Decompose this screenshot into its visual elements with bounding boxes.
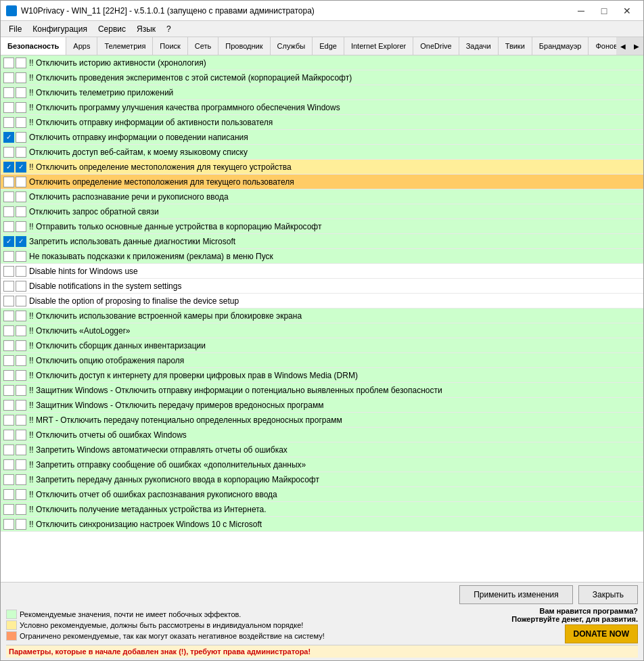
checkbox-inner-26[interactable] xyxy=(16,445,26,455)
checkbox-inner-16[interactable] xyxy=(16,296,26,306)
maximize-button[interactable]: □ xyxy=(593,3,615,19)
checkbox-inner-13[interactable] xyxy=(16,251,26,262)
checkbox-inner-15[interactable] xyxy=(16,281,26,292)
checkbox-inner-21[interactable] xyxy=(16,370,26,381)
app-icon xyxy=(6,5,17,16)
checkbox-inner-1[interactable] xyxy=(16,72,26,83)
list-item: !! Отключить сборщик данных инвентаризац… xyxy=(1,338,643,353)
checkbox-outer-5[interactable] xyxy=(3,132,14,143)
tab-set[interactable]: Сеть xyxy=(188,37,218,55)
checkbox-outer-31[interactable] xyxy=(3,519,14,530)
checkbox-inner-23[interactable] xyxy=(16,400,26,411)
checkbox-outer-7[interactable] xyxy=(3,162,14,173)
tab-bezopasnost[interactable]: Безопасность xyxy=(1,37,66,55)
row-text-12: Запретить использовать данные диагностик… xyxy=(29,237,235,246)
tab-onedrive[interactable]: OneDrive xyxy=(413,37,459,55)
checkbox-inner-7[interactable] xyxy=(16,162,26,173)
checkbox-inner-19[interactable] xyxy=(16,340,26,351)
checkbox-inner-31[interactable] xyxy=(16,519,26,530)
donate-button[interactable]: DONATE NOW xyxy=(565,624,638,643)
checkbox-inner-6[interactable] xyxy=(16,147,26,158)
checkbox-outer-21[interactable] xyxy=(3,370,14,381)
checkbox-outer-27[interactable] xyxy=(3,459,14,470)
checkbox-outer-12[interactable] xyxy=(3,236,14,247)
checkbox-inner-28[interactable] xyxy=(16,474,26,485)
row-text-28: !! Запретить передачу данных рукописного… xyxy=(29,475,319,484)
checkbox-outer-16[interactable] xyxy=(3,296,14,306)
checkbox-outer-2[interactable] xyxy=(3,87,14,98)
checkbox-outer-30[interactable] xyxy=(3,504,14,515)
checkbox-outer-22[interactable] xyxy=(3,385,14,396)
checkbox-outer-18[interactable] xyxy=(3,325,14,336)
checkbox-outer-1[interactable] xyxy=(3,72,14,83)
menu-help[interactable]: ? xyxy=(161,22,177,36)
checkbox-outer-25[interactable] xyxy=(3,430,14,440)
checkbox-inner-20[interactable] xyxy=(16,355,26,366)
tab-tviki[interactable]: Твики xyxy=(499,37,532,55)
row-text-0: !! Отключить историю активности (хроноло… xyxy=(29,58,206,68)
checkbox-inner-5[interactable] xyxy=(16,132,26,143)
tab-edge[interactable]: Edge xyxy=(313,37,344,55)
checkbox-outer-9[interactable] xyxy=(3,191,14,202)
checkbox-outer-3[interactable] xyxy=(3,102,14,113)
menu-language[interactable]: Язык xyxy=(131,22,161,36)
list-item: !! Отключить получение метаданных устрой… xyxy=(1,502,643,517)
checkbox-outer-17[interactable] xyxy=(3,311,14,321)
menu-file[interactable]: File xyxy=(3,22,27,36)
checkbox-inner-29[interactable] xyxy=(16,489,26,500)
checkbox-inner-9[interactable] xyxy=(16,191,26,202)
close-button[interactable]: ✕ xyxy=(616,3,638,19)
checkbox-inner-14[interactable] xyxy=(16,266,26,277)
tab-zadachi[interactable]: Задачи xyxy=(459,37,499,55)
checkbox-outer-4[interactable] xyxy=(3,117,14,128)
checkbox-outer-23[interactable] xyxy=(3,400,14,411)
checkbox-outer-14[interactable] xyxy=(3,266,14,277)
minimize-button[interactable]: ─ xyxy=(570,3,592,19)
checkbox-outer-20[interactable] xyxy=(3,355,14,366)
checkbox-outer-6[interactable] xyxy=(3,147,14,158)
checkbox-inner-3[interactable] xyxy=(16,102,26,113)
checkbox-outer-10[interactable] xyxy=(3,206,14,217)
tab-nav-left[interactable]: ◀ xyxy=(616,37,630,55)
checkbox-outer-26[interactable] xyxy=(3,445,14,455)
menu-service[interactable]: Сервис xyxy=(93,22,131,36)
tab-sluzhby[interactable]: Службы xyxy=(271,37,313,55)
list-item: Отключить доступ веб-сайтам, к моему язы… xyxy=(1,145,643,160)
footer-right: Применить изменения Закрыть Вам нравится… xyxy=(459,585,638,643)
checkbox-outer-13[interactable] xyxy=(3,251,14,262)
checkbox-inner-2[interactable] xyxy=(16,87,26,98)
checkbox-outer-11[interactable] xyxy=(3,221,14,232)
checkbox-outer-29[interactable] xyxy=(3,489,14,500)
checkbox-inner-11[interactable] xyxy=(16,221,26,232)
checkbox-outer-0[interactable] xyxy=(3,58,14,68)
checkbox-inner-24[interactable] xyxy=(16,415,26,426)
checkbox-outer-28[interactable] xyxy=(3,474,14,485)
checkbox-outer-24[interactable] xyxy=(3,415,14,426)
tab-telemetria[interactable]: Телеметрия xyxy=(97,37,153,55)
checkbox-outer-19[interactable] xyxy=(3,340,14,351)
footer-legend: Рекомендуемые значения, почти не имеет п… xyxy=(6,610,459,641)
tab-provodnik[interactable]: Проводник xyxy=(218,37,270,55)
checkbox-inner-17[interactable] xyxy=(16,311,26,321)
tab-brandmauer[interactable]: Брандмауэр xyxy=(532,37,589,55)
checkbox-inner-4[interactable] xyxy=(16,117,26,128)
checkbox-inner-30[interactable] xyxy=(16,504,26,515)
checkbox-inner-25[interactable] xyxy=(16,430,26,440)
tab-poisk[interactable]: Поиск xyxy=(153,37,187,55)
checkbox-inner-12[interactable] xyxy=(16,236,26,247)
checkbox-inner-22[interactable] xyxy=(16,385,26,396)
apply-button[interactable]: Применить изменения xyxy=(459,585,573,604)
checkbox-outer-15[interactable] xyxy=(3,281,14,292)
tab-nav-right[interactable]: ▶ xyxy=(630,37,643,55)
menu-config[interactable]: Конфигурация xyxy=(27,22,93,36)
tab-ie[interactable]: Internet Explorer xyxy=(344,37,413,55)
tab-fonovye[interactable]: Фоновые приложения xyxy=(589,37,616,55)
checkbox-inner-8[interactable] xyxy=(16,177,26,187)
close-window-button[interactable]: Закрыть xyxy=(578,585,638,604)
tab-apps[interactable]: Apps xyxy=(66,37,97,55)
checkbox-inner-10[interactable] xyxy=(16,206,26,217)
checkbox-inner-0[interactable] xyxy=(16,58,26,68)
checkbox-outer-8[interactable] xyxy=(3,177,14,187)
checkbox-inner-27[interactable] xyxy=(16,459,26,470)
checkbox-inner-18[interactable] xyxy=(16,325,26,336)
